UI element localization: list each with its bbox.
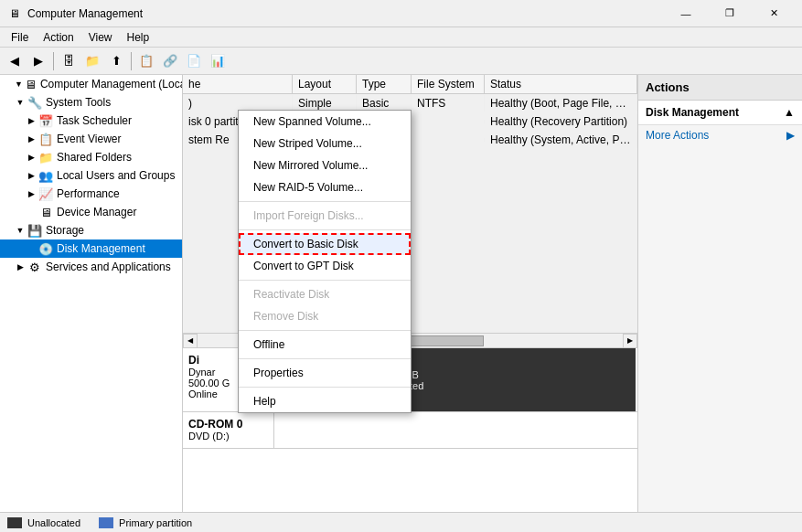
cell-fs-0: NTFS	[412, 95, 485, 112]
menu-help[interactable]: Help	[120, 29, 157, 46]
disk-management-icon: 💿	[38, 241, 53, 256]
tree-task-scheduler[interactable]: ▶ 📅 Task Scheduler	[0, 112, 182, 130]
local-users-icon: 👥	[38, 168, 53, 183]
ctx-help[interactable]: Help	[239, 390, 411, 412]
task-scheduler-icon: 📅	[38, 113, 53, 128]
storage-label: Storage	[46, 224, 84, 237]
shared-folders-label: Shared Folders	[57, 151, 132, 164]
services-label: Services and Applications	[46, 261, 171, 273]
device-manager-icon: 🖥	[38, 205, 53, 219]
restore-button[interactable]: ❐	[709, 0, 751, 27]
more-actions-expand-icon: ▶	[786, 129, 795, 142]
disk-management-expand-icon	[26, 243, 37, 254]
ctx-new-raid5[interactable]: New RAID-5 Volume...	[239, 176, 411, 198]
cell-fs-1	[412, 120, 485, 123]
legend-primary-box	[99, 517, 113, 528]
task-scheduler-expand-icon: ▶	[26, 115, 37, 126]
toolbar-separator-2	[131, 52, 132, 70]
tree-local-users[interactable]: ▶ 👥 Local Users and Groups	[0, 166, 182, 185]
system-tools-label: System Tools	[46, 96, 111, 109]
ctx-offline[interactable]: Offline	[239, 334, 411, 356]
performance-expand-icon: ▶	[26, 188, 37, 199]
up-button[interactable]: ⬆	[105, 50, 127, 72]
cell-status-0: Healthy (Boot, Page File, Crash Dump, Pr…	[485, 95, 637, 112]
storage-icon: 💾	[27, 223, 42, 238]
tree-event-viewer[interactable]: ▶ 📋 Event Viewer	[0, 130, 182, 148]
scroll-thumb[interactable]	[411, 335, 484, 346]
toolbar-btn-5[interactable]: 📄	[183, 50, 205, 72]
back-button[interactable]: ◀	[4, 50, 26, 72]
disk-management-label: Disk Management	[57, 242, 145, 255]
legend-unalloc-box	[7, 517, 22, 528]
legend-unalloc-label: Unallocated	[27, 517, 80, 528]
disk-info-cdrom: CD-ROM 0 DVD (D:)	[183, 412, 274, 448]
ctx-new-striped[interactable]: New Striped Volume...	[239, 133, 411, 154]
left-panel: ▼ 🖥 Computer Management (Local ▼ 🔧 Syste…	[0, 75, 183, 512]
tree-root[interactable]: ▼ 🖥 Computer Management (Local	[0, 75, 182, 93]
actions-collapse-icon[interactable]: ▲	[784, 106, 795, 119]
more-actions-link[interactable]: More Actions ▶	[638, 125, 802, 145]
actions-panel: Actions Disk Management ▲ More Actions ▶	[637, 75, 802, 512]
actions-subheader: Disk Management ▲	[638, 101, 802, 125]
legend-primary: Primary partition	[99, 517, 192, 528]
ctx-separator-2	[239, 229, 411, 230]
event-viewer-expand-icon: ▶	[26, 133, 37, 144]
root-icon: 🖥	[25, 77, 37, 91]
scroll-left-arrow[interactable]: ◀	[183, 334, 198, 348]
ctx-separator-6	[239, 387, 411, 388]
disk-size-0: 500.00 G	[188, 378, 230, 388]
disk-partitions-cdrom	[274, 412, 637, 448]
tree-services[interactable]: ▶ ⚙ Services and Applications	[0, 258, 182, 276]
tree-performance[interactable]: ▶ 📈 Performance	[0, 185, 182, 203]
cell-status-2: Healthy (System, Active, Primary Partiti…	[485, 132, 637, 148]
actions-disk-management-label: Disk Management	[646, 106, 739, 119]
disk-status-0: Online	[188, 388, 218, 399]
ctx-remove-disk: Remove Disk	[239, 305, 411, 327]
toolbar-btn-6[interactable]: 📊	[207, 50, 229, 72]
ctx-import-foreign: Import Foreign Disks...	[239, 205, 411, 227]
ctx-separator-5	[239, 358, 411, 359]
toolbar-btn-4[interactable]: 🔗	[159, 50, 181, 72]
folder-button[interactable]: 📁	[81, 50, 103, 72]
toolbar: ◀ ▶ 🗄 📁 ⬆ 📋 🔗 📄 📊	[0, 48, 802, 75]
actions-header: Actions	[638, 75, 802, 101]
title-bar: 🖥 Computer Management — ❐ ✕	[0, 0, 802, 27]
ctx-new-spanned[interactable]: New Spanned Volume...	[239, 111, 411, 133]
cell-fs-2	[412, 138, 485, 142]
col-status: Status	[485, 75, 637, 93]
context-menu: New Spanned Volume... New Striped Volume…	[238, 110, 412, 413]
tree-device-manager[interactable]: 🖥 Device Manager	[0, 203, 182, 221]
cell-layout-0: Simple	[293, 95, 357, 112]
menu-action[interactable]: Action	[36, 29, 80, 46]
tree-shared-folders[interactable]: ▶ 📁 Shared Folders	[0, 148, 182, 166]
minimize-button[interactable]: —	[665, 0, 707, 27]
ctx-new-mirrored[interactable]: New Mirrored Volume...	[239, 154, 411, 176]
services-icon: ⚙	[27, 260, 42, 274]
tree-storage[interactable]: ▼ 💾 Storage	[0, 221, 182, 239]
ctx-separator-4	[239, 330, 411, 331]
ctx-convert-gpt[interactable]: Convert to GPT Disk	[239, 255, 411, 277]
close-button[interactable]: ✕	[753, 0, 795, 27]
scroll-right-arrow[interactable]: ▶	[623, 334, 637, 348]
app-icon: 🖥	[7, 6, 22, 21]
services-expand-icon: ▶	[15, 261, 26, 272]
window-title: Computer Management	[27, 7, 665, 20]
forward-button[interactable]: ▶	[27, 50, 49, 72]
ctx-properties[interactable]: Properties	[239, 362, 411, 384]
device-manager-expand-icon	[26, 207, 37, 218]
tree-system-tools[interactable]: ▼ 🔧 System Tools	[0, 93, 182, 112]
tree-disk-management[interactable]: 💿 Disk Management	[0, 239, 182, 258]
shared-folders-expand-icon: ▶	[26, 152, 37, 163]
col-fs: File System	[412, 75, 485, 93]
menu-bar: File Action View Help	[0, 27, 802, 48]
legend-unallocated: Unallocated	[7, 517, 80, 528]
root-label: Computer Management (Local	[40, 78, 183, 90]
ctx-convert-basic[interactable]: Convert to Basic Disk	[239, 233, 411, 255]
show-hide-button[interactable]: 🗄	[58, 50, 80, 72]
menu-view[interactable]: View	[81, 29, 120, 46]
status-bar: Unallocated Primary partition	[0, 512, 802, 532]
local-users-expand-icon: ▶	[26, 170, 37, 181]
menu-file[interactable]: File	[4, 29, 36, 46]
toolbar-btn-3[interactable]: 📋	[135, 50, 157, 72]
system-tools-icon: 🔧	[27, 95, 42, 110]
